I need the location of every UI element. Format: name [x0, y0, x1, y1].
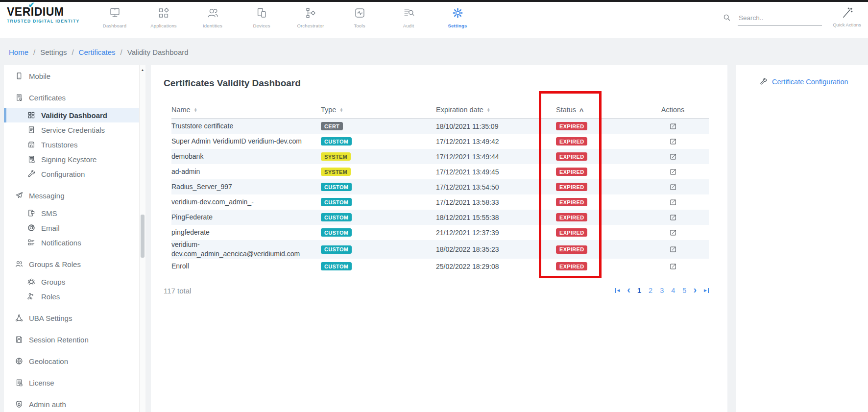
sidebar-item-label: License	[29, 379, 54, 387]
export-icon	[669, 153, 677, 161]
page-1-button[interactable]: 1	[637, 287, 642, 294]
open-certificate-action[interactable]	[637, 263, 709, 270]
brand-tagline: TRUSTED DIGITAL IDENTITY	[7, 19, 79, 24]
column-header-type[interactable]: Type▲▼	[321, 106, 436, 114]
table-row: Radius_Server_997CUSTOM17/12/2021 13:54:…	[171, 179, 709, 194]
certificate-icon	[15, 93, 24, 102]
open-certificate-action[interactable]	[637, 153, 709, 161]
sidebar-item-groups-roles[interactable]: Groups & Roles	[4, 257, 139, 271]
scrollbar-thumb[interactable]	[141, 215, 145, 258]
open-certificate-action[interactable]	[637, 214, 709, 221]
certificate-type: CERT	[321, 122, 436, 131]
certificate-status: EXPIRED	[556, 245, 637, 254]
sidebar-item-uba-settings[interactable]: UBA Settings	[4, 311, 139, 325]
next-page-button[interactable]: ›	[693, 286, 697, 295]
table-row: demobankSYSTEM17/12/2021 13:49:44EXPIRED	[171, 149, 709, 164]
search-input[interactable]	[738, 13, 822, 26]
page-2-button[interactable]: 2	[648, 287, 653, 294]
table-header-row: Name▲▼Type▲▼Expiration date▲▼Status^Acti…	[171, 101, 709, 119]
column-label: Status	[556, 106, 576, 114]
previous-page-button[interactable]: ‹	[627, 286, 630, 295]
search-icon	[722, 13, 731, 22]
table-row: ad-adminSYSTEM17/12/2021 13:49:45EXPIRED	[171, 164, 709, 179]
expiration-date: 17/12/2021 13:49:44	[436, 153, 556, 161]
sidebar-item-email[interactable]: Email	[4, 220, 139, 235]
expiration-date: 17/12/2021 13:54:50	[436, 183, 556, 191]
certificates-table: Name▲▼Type▲▼Expiration date▲▼Status^Acti…	[171, 101, 709, 274]
pagination: ◄‹12345›►	[615, 286, 709, 295]
certificate-name: Radius_Server_997	[171, 182, 321, 192]
open-certificate-action[interactable]	[637, 168, 709, 176]
sidebar-item-geolocation[interactable]: Geolocation	[4, 354, 139, 368]
certificate-type: SYSTEM	[321, 152, 436, 161]
nav-audit[interactable]: Audit	[384, 6, 433, 28]
certificate-name: veridium-dev.com_admin_-	[171, 197, 321, 207]
table-body: Truststore certificateCERT18/10/2021 11:…	[171, 119, 709, 274]
sidebar-item-sms[interactable]: SMS	[4, 206, 139, 220]
sidebar-item-mobile[interactable]: Mobile	[4, 69, 139, 83]
column-header-expiration-date[interactable]: Expiration date▲▼	[436, 106, 556, 114]
nav-devices[interactable]: Devices	[237, 6, 286, 28]
sidebar-item-license[interactable]: License	[4, 375, 139, 390]
sidebar-item-label: SMS	[41, 209, 57, 218]
nav-identities[interactable]: Identities	[188, 6, 237, 28]
sidebar-item-messaging[interactable]: Messaging	[4, 188, 139, 203]
open-certificate-action[interactable]	[637, 122, 709, 130]
sidebar-item-configuration[interactable]: Configuration	[4, 167, 139, 181]
sidebar-item-validity-dashboard[interactable]: Validity Dashboard	[4, 108, 139, 122]
nav-orchestrator[interactable]: Orchestrator	[286, 6, 335, 28]
table-row: veridium-dev.com_admin_-CUSTOM17/12/2021…	[171, 194, 709, 210]
breadcrumb-home[interactable]: Home	[9, 48, 28, 56]
open-certificate-action[interactable]	[637, 183, 709, 191]
sidebar-item-certificates[interactable]: Certificates	[4, 90, 139, 105]
quick-actions-button[interactable]: Quick Actions	[828, 6, 866, 27]
veridium-admin-app: VER✔IDIUM TRUSTED DIGITAL IDENTITY Dashb…	[0, 0, 868, 412]
sidebar-item-label: Truststores	[41, 141, 77, 149]
nav-tools[interactable]: Tools	[335, 6, 384, 28]
sort-icon: ▲▼	[339, 107, 343, 112]
open-certificate-action[interactable]	[637, 245, 709, 253]
top-header: VER✔IDIUM TRUSTED DIGITAL IDENTITY Dashb…	[0, 0, 868, 38]
breadcrumb: Home/Settings/Certificates/Validity Dash…	[9, 40, 189, 64]
page-5-button[interactable]: 5	[682, 287, 687, 294]
globe-icon	[15, 357, 24, 365]
breadcrumb-certificates[interactable]: Certificates	[79, 48, 116, 56]
sidebar-item-service-credentials[interactable]: Service Credentials	[4, 122, 139, 137]
open-certificate-action[interactable]	[637, 198, 709, 206]
type-badge-system: SYSTEM	[321, 168, 351, 176]
certificate-type: SYSTEM	[321, 168, 436, 176]
audit-icon	[402, 6, 415, 20]
sidebar-item-roles[interactable]: Roles	[4, 289, 139, 304]
certificate-name: Enroll	[171, 262, 321, 271]
export-icon	[669, 263, 677, 270]
expiration-date: 17/12/2021 13:49:45	[436, 168, 556, 176]
sidebar-item-session-retention[interactable]: Session Retention	[4, 332, 139, 347]
first-page-button[interactable]: ◄	[615, 288, 621, 293]
certificate-configuration-link[interactable]: Certificate Configuration	[736, 65, 868, 86]
sidebar-scrollbar[interactable]: ▲	[139, 65, 145, 412]
scrollbar-up-arrow[interactable]: ▲	[140, 65, 145, 72]
sidebar-item-admin-auth[interactable]: Admin auth	[4, 397, 139, 412]
sidebar-item-truststores[interactable]: Truststores	[4, 137, 139, 152]
page-3-button[interactable]: 3	[659, 287, 664, 294]
last-page-button[interactable]: ►	[703, 288, 709, 293]
sidebar-item-signing-keystore[interactable]: Signing Keystore	[4, 152, 139, 167]
shield-lock-icon	[15, 400, 24, 409]
column-header-name[interactable]: Name▲▼	[171, 106, 321, 114]
sidebar-item-groups[interactable]: Groups	[4, 274, 139, 289]
page-4-button[interactable]: 4	[671, 287, 675, 294]
open-certificate-action[interactable]	[637, 229, 709, 237]
veridium-logo[interactable]: VER✔IDIUM TRUSTED DIGITAL IDENTITY	[7, 6, 79, 24]
sidebar-item-notifications[interactable]: Notifications	[4, 235, 139, 250]
type-badge-expired: EXPIRED	[556, 262, 587, 270]
nav-settings[interactable]: Settings	[433, 6, 482, 28]
open-certificate-action[interactable]	[637, 138, 709, 145]
nav-applications[interactable]: Applications	[139, 6, 188, 28]
nav-label: Applications	[150, 23, 177, 28]
column-header-status[interactable]: Status^	[556, 106, 637, 114]
tools-icon	[353, 6, 366, 20]
nav-dashboard[interactable]: Dashboard	[90, 6, 139, 28]
export-icon	[669, 229, 677, 237]
table-row: Truststore certificateCERT18/10/2021 11:…	[171, 119, 709, 134]
export-icon	[669, 138, 677, 145]
